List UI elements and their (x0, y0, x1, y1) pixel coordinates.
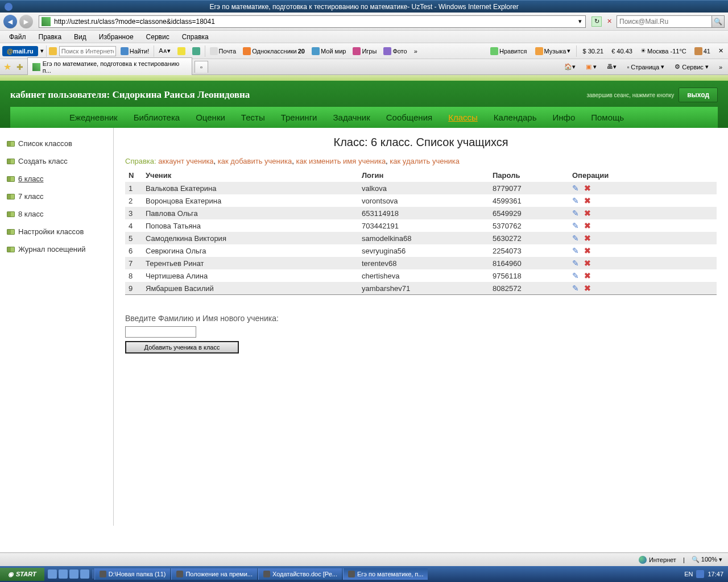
sidebar-item[interactable]: Список классов (5, 135, 109, 152)
help-link[interactable]: как изменить имя ученика (296, 157, 386, 165)
delete-icon[interactable]: ✖ (584, 246, 592, 254)
feeds-button[interactable]: ▣▾ (582, 62, 600, 72)
sidebar-item[interactable]: 6 класс (5, 170, 109, 188)
sidebar-item[interactable]: 8 класс (5, 205, 109, 223)
highlight-icon[interactable] (175, 46, 188, 56)
edit-icon[interactable]: ✎ (572, 184, 580, 192)
nav-инфо[interactable]: Инфо (544, 107, 583, 128)
new-tab-button[interactable]: ▫ (195, 61, 208, 73)
mailru-eur[interactable]: € 40.43 (609, 47, 635, 56)
add-student-button[interactable]: Добавить ученика в класс (125, 341, 239, 354)
mailru-search-input[interactable] (59, 46, 116, 56)
start-button[interactable]: ◉ START (0, 568, 44, 581)
translate-icon[interactable] (190, 46, 202, 56)
stop-button[interactable]: ✕ (604, 16, 614, 27)
sidebar-item[interactable]: Настройки классов (5, 223, 109, 240)
mailru-mail[interactable]: Почта (208, 46, 239, 56)
mailru-more-icon[interactable]: » (412, 47, 420, 56)
add-favorite-icon[interactable]: ✚ (15, 62, 25, 72)
help-link[interactable]: аккаунт ученика (158, 157, 213, 165)
refresh-button[interactable]: ↻ (592, 16, 602, 27)
forward-button[interactable]: ► (19, 15, 33, 28)
delete-icon[interactable]: ✖ (584, 259, 592, 267)
logout-button[interactable]: выход (679, 88, 718, 102)
menu-view[interactable]: Вид (68, 31, 92, 43)
mailru-logo[interactable]: @mail.ru (2, 46, 38, 56)
browser-search-input[interactable] (617, 16, 712, 27)
favorites-star-icon[interactable]: ★ (2, 62, 13, 72)
mailru-weather[interactable]: ☀ Москва -11°C (638, 46, 689, 56)
add-student-input[interactable] (125, 326, 196, 338)
edit-icon[interactable]: ✎ (572, 221, 580, 229)
mailru-moimir[interactable]: Мой мир (309, 46, 348, 56)
tray-icon[interactable] (696, 570, 704, 578)
mailru-like[interactable]: Нравится (488, 46, 530, 56)
nav-календарь[interactable]: Календарь (486, 107, 545, 128)
sidebar-item[interactable]: Журнал посещений (5, 240, 109, 258)
browser-search-button[interactable]: 🔍 (712, 16, 724, 27)
mailru-games[interactable]: Игры (350, 46, 379, 56)
tools-menu[interactable]: ⚙ Сервис▾ (671, 62, 712, 72)
sidebar-item[interactable]: 7 класс (5, 188, 109, 205)
mailru-odnoklassniki[interactable]: Одноклассники 20 (241, 46, 307, 56)
status-zoom[interactable]: 🔍 100% ▾ (692, 556, 722, 563)
help-line: Справка: аккаунт ученика, как добавить у… (125, 157, 717, 165)
nav-ежедневник[interactable]: Ежедневник (61, 107, 126, 128)
ql-icon[interactable] (80, 569, 89, 579)
taskbar-item[interactable]: Егэ по математике, п... (343, 568, 428, 580)
delete-icon[interactable]: ✖ (584, 284, 592, 292)
text-size-icon[interactable]: Aᴀ▾ (156, 46, 172, 56)
nav-тесты[interactable]: Тесты (233, 107, 273, 128)
sidebar-item[interactable]: Создать класс (5, 152, 109, 170)
tray-lang[interactable]: EN (684, 571, 693, 577)
help-link[interactable]: как удалить ученика (390, 157, 460, 165)
back-button[interactable]: ◄ (3, 15, 17, 28)
delete-icon[interactable]: ✖ (584, 271, 592, 279)
ql-icon[interactable] (48, 569, 57, 579)
edit-icon[interactable]: ✎ (572, 271, 580, 279)
url-dropdown[interactable]: ▾ (575, 16, 585, 27)
page-menu[interactable]: ▫ Страница▾ (623, 62, 668, 72)
nav-классы[interactable]: Классы (440, 107, 486, 128)
menu-edit[interactable]: Правка (33, 31, 68, 43)
edit-icon[interactable]: ✎ (572, 234, 580, 242)
url-input[interactable] (53, 16, 575, 27)
home-button[interactable]: 🏠▾ (561, 62, 579, 72)
mailru-find-button[interactable]: Найти! (118, 46, 151, 56)
mailru-settings-icon[interactable]: ✕ (716, 46, 726, 56)
mailru-usd[interactable]: $ 30.21 (580, 47, 606, 56)
nav-оценки[interactable]: Оценки (188, 107, 233, 128)
taskbar-item[interactable]: D:\Новая папка (11) (94, 568, 171, 580)
menu-favorites[interactable]: Избранное (93, 31, 139, 43)
nav-сообщения[interactable]: Сообщения (378, 107, 440, 128)
nav-библиотека[interactable]: Библиотека (126, 107, 188, 128)
mailru-music[interactable]: Музыка▾ (533, 46, 573, 56)
more-tools-icon[interactable]: » (715, 63, 726, 72)
nav-тренинги[interactable]: Тренинги (273, 107, 325, 128)
edit-icon[interactable]: ✎ (572, 259, 580, 267)
mailru-photo[interactable]: Фото (381, 46, 409, 56)
print-button[interactable]: 🖶▾ (603, 62, 620, 72)
delete-icon[interactable]: ✖ (584, 234, 592, 242)
help-link[interactable]: как добавить ученика (218, 157, 292, 165)
menu-file[interactable]: Файл (3, 31, 32, 43)
menu-tools[interactable]: Сервис (140, 31, 175, 43)
edit-icon[interactable]: ✎ (572, 196, 580, 204)
edit-icon[interactable]: ✎ (572, 209, 580, 217)
browser-tab[interactable]: Егэ по математике, подготовка к тестиров… (27, 57, 192, 76)
mailru-extra[interactable]: 41 (692, 46, 713, 56)
ql-icon[interactable] (59, 569, 68, 579)
edit-icon[interactable]: ✎ (572, 246, 580, 254)
edit-icon[interactable]: ✎ (572, 284, 580, 292)
menu-help[interactable]: Справка (176, 31, 214, 43)
taskbar-item[interactable]: Положение на преми... (171, 568, 257, 580)
delete-icon[interactable]: ✖ (584, 196, 592, 204)
mailru-dropdown-icon[interactable]: ▾ (40, 47, 44, 55)
nav-задачник[interactable]: Задачник (325, 107, 378, 128)
nav-помощь[interactable]: Помощь (583, 107, 632, 128)
ql-icon[interactable] (69, 569, 78, 579)
delete-icon[interactable]: ✖ (584, 184, 592, 192)
delete-icon[interactable]: ✖ (584, 221, 592, 229)
taskbar-item[interactable]: Ходатайство.doc [Ре... (258, 568, 342, 580)
delete-icon[interactable]: ✖ (584, 209, 592, 217)
